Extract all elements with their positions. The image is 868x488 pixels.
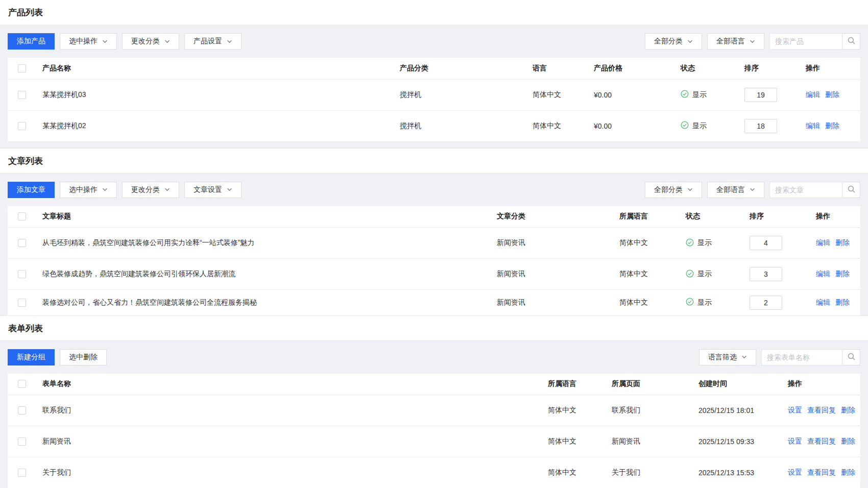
forms-section-body: 新建分组 选中删除 语言筛选 表单: [0, 341, 868, 488]
forms-header-row: 表单名称 所属语言 所属页面 创建时间 操作: [8, 374, 860, 395]
articles-toolbar: 添加文章 选中操作 更改分类 文章设置 全部分类: [8, 182, 860, 198]
chevron-down-icon: [164, 39, 170, 44]
delete-link[interactable]: 删除: [841, 468, 855, 476]
table-row: 从毛坯到精装，鼎筑空间建筑装修公司用实力诠释“一站式装修”魅力 新闻资讯 简体中…: [8, 228, 860, 259]
sort-input[interactable]: [744, 88, 777, 102]
forms-table: 表单名称 所属语言 所属页面 创建时间 操作 联系我们 简体中文 联系我们: [8, 374, 860, 488]
form-language-filter-dropdown[interactable]: 语言筛选: [699, 349, 756, 365]
delete-link[interactable]: 删除: [835, 298, 850, 306]
delete-link[interactable]: 删除: [835, 238, 850, 247]
article-change-category-dropdown[interactable]: 更改分类: [122, 182, 179, 198]
select-all-checkbox[interactable]: [18, 380, 26, 388]
article-language: 简体中文: [615, 259, 682, 290]
row-checkbox[interactable]: [18, 406, 26, 414]
status-badge: 显示: [686, 298, 712, 307]
form-name: 关于我们: [38, 457, 544, 488]
sort-input[interactable]: [750, 267, 782, 281]
chevron-down-icon: [687, 187, 693, 192]
products-toolbar: 添加产品 选中操作 更改分类 产品设置 全部分类: [8, 33, 860, 50]
row-checkbox[interactable]: [18, 469, 26, 477]
select-all-checkbox[interactable]: [18, 64, 26, 72]
product-bulk-action-dropdown[interactable]: 选中操作: [60, 33, 117, 50]
select-all-checkbox[interactable]: [18, 212, 26, 221]
chevron-down-icon: [102, 187, 108, 192]
product-language-filter-dropdown[interactable]: 全部语言: [707, 33, 764, 50]
article-bulk-action-dropdown[interactable]: 选中操作: [60, 182, 117, 198]
form-page: 关于我们: [608, 457, 694, 488]
article-search-input[interactable]: [769, 182, 842, 198]
settings-link[interactable]: 设置: [788, 468, 802, 476]
col-header-form-name: 表单名称: [38, 374, 544, 395]
form-name: 联系我们: [38, 395, 544, 426]
edit-link[interactable]: 编辑: [816, 298, 830, 306]
row-checkbox[interactable]: [18, 122, 26, 130]
article-search-button[interactable]: [842, 182, 860, 198]
row-checkbox[interactable]: [18, 299, 26, 307]
check-circle-icon: [681, 90, 689, 100]
col-header-sort: 排序: [740, 58, 802, 79]
search-icon: [847, 185, 856, 195]
check-circle-icon: [686, 298, 694, 307]
form-created-time: 2025/12/13 15:53: [694, 457, 784, 488]
settings-link[interactable]: 设置: [788, 437, 802, 445]
new-group-button[interactable]: 新建分组: [8, 349, 55, 365]
view-replies-link[interactable]: 查看回复: [807, 437, 836, 445]
product-price: ¥0.00: [590, 110, 677, 141]
col-header-product-name: 产品名称: [38, 58, 396, 79]
status-text: 显示: [697, 270, 712, 279]
sort-input[interactable]: [750, 236, 782, 250]
product-search-button[interactable]: [842, 33, 860, 50]
product-settings-dropdown[interactable]: 产品设置: [184, 33, 242, 50]
status-badge: 显示: [681, 121, 707, 131]
edit-link[interactable]: 编辑: [816, 238, 830, 247]
col-header-status: 状态: [677, 58, 740, 79]
product-settings-label: 产品设置: [194, 37, 222, 46]
article-language-filter-dropdown[interactable]: 全部语言: [707, 182, 764, 198]
row-checkbox[interactable]: [18, 437, 26, 446]
edit-link[interactable]: 编辑: [816, 270, 830, 278]
row-checkbox[interactable]: [18, 91, 26, 99]
sort-input[interactable]: [750, 296, 782, 310]
new-group-label: 新建分组: [17, 353, 45, 362]
delete-link[interactable]: 删除: [835, 270, 850, 278]
product-category-filter-dropdown[interactable]: 全部分类: [645, 33, 702, 50]
forms-toolbar: 新建分组 选中删除 语言筛选: [8, 349, 860, 365]
check-circle-icon: [686, 238, 694, 248]
delete-link[interactable]: 删除: [825, 90, 839, 99]
view-replies-link[interactable]: 查看回复: [807, 406, 836, 414]
col-header-language: 所属语言: [544, 374, 608, 395]
row-checkbox[interactable]: [18, 239, 26, 247]
delete-link[interactable]: 删除: [841, 406, 855, 414]
row-checkbox[interactable]: [18, 270, 26, 278]
status-text: 显示: [692, 121, 707, 131]
form-search-button[interactable]: [842, 349, 860, 365]
col-header-actions: 操作: [802, 58, 860, 79]
product-search-input[interactable]: [769, 33, 842, 50]
products-header-row: 产品名称 产品分类 语言 产品价格 状态 排序 操作: [8, 58, 860, 79]
sort-input[interactable]: [744, 119, 777, 133]
forms-section-title: 表单列表: [0, 315, 868, 341]
language-filter-label: 语言筛选: [708, 353, 737, 362]
article-settings-dropdown[interactable]: 文章设置: [184, 182, 242, 198]
delete-link[interactable]: 删除: [841, 437, 855, 445]
articles-section-title: 文章列表: [0, 148, 868, 174]
col-header-sort: 排序: [745, 206, 812, 228]
article-category-filter-dropdown[interactable]: 全部分类: [645, 182, 702, 198]
products-section-body: 添加产品 选中操作 更改分类 产品设置 全部分类: [0, 25, 868, 148]
article-title: 从毛坯到精装，鼎筑空间建筑装修公司用实力诠释“一站式装修”魅力: [38, 228, 493, 259]
edit-link[interactable]: 编辑: [806, 90, 820, 99]
table-row: 联系我们 简体中文 联系我们 2025/12/15 18:01 设置查看回复删除: [8, 395, 860, 426]
settings-link[interactable]: 设置: [788, 406, 802, 414]
status-text: 显示: [697, 298, 712, 307]
add-product-button[interactable]: 添加产品: [8, 33, 55, 50]
article-title: 装修选对公司，省心又省力！鼎筑空间建筑装修公司全流程服务揭秘: [38, 290, 493, 315]
col-header-status: 状态: [682, 206, 745, 228]
delete-link[interactable]: 删除: [825, 121, 839, 130]
product-change-category-dropdown[interactable]: 更改分类: [122, 33, 179, 50]
edit-link[interactable]: 编辑: [806, 121, 820, 130]
form-search-input[interactable]: [761, 349, 842, 365]
view-replies-link[interactable]: 查看回复: [807, 468, 836, 476]
add-article-button[interactable]: 添加文章: [8, 182, 55, 198]
delete-selected-button[interactable]: 选中删除: [60, 349, 107, 365]
product-name: 某某搅拌机03: [38, 79, 396, 110]
